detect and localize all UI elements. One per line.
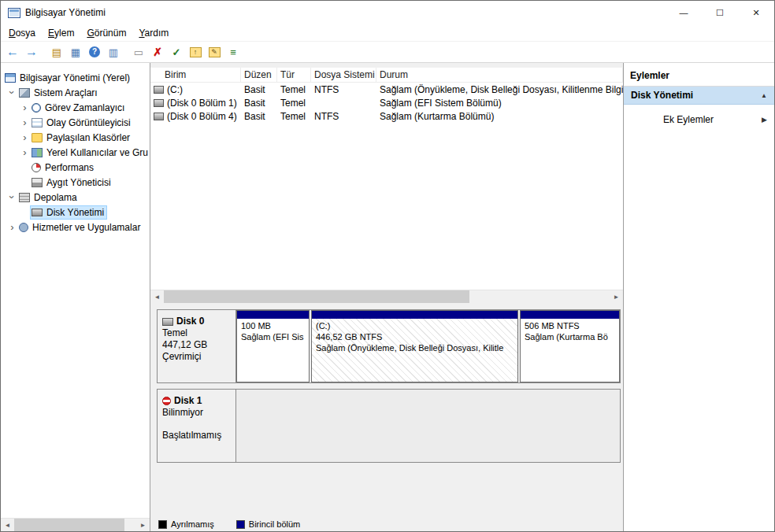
tree-item-storage[interactable]: Depolama	[1, 190, 150, 205]
actions-group-disk-management[interactable]: Disk Yönetimi ▲	[624, 87, 774, 105]
disk-graphical-view: Disk 0 Temel 447,12 GB Çevrimiçi 100 MB …	[150, 303, 623, 531]
mark-active-icon[interactable]: ✓	[168, 43, 185, 61]
tree-item-computer-management[interactable]: Bilgisayar Yönetimi (Yerel)	[1, 70, 150, 85]
column-header-dosya-sistemi[interactable]: Dosya Sistemi	[311, 68, 376, 82]
properties-icon[interactable]: ≡	[224, 43, 242, 61]
primary-partition-swatch	[236, 520, 245, 529]
disk-1-status: Başlatılmamış	[162, 430, 231, 441]
volume-row-recovery[interactable]: (Disk 0 Bölüm 4) Basit Temel NTFS Sağlam…	[150, 109, 623, 123]
partition-c[interactable]: (C:) 446,52 GB NTFS Sağlam (Önyükleme, D…	[311, 310, 518, 382]
scroll-right-icon[interactable]: ►	[136, 519, 150, 531]
tree-item-event-viewer[interactable]: Olay Görüntüleyicisi	[1, 115, 150, 130]
legend: Ayrılmamış Birincil bölüm	[157, 517, 621, 531]
chevron-right-icon[interactable]	[19, 117, 31, 127]
menu-eylem[interactable]: Eylem	[42, 25, 80, 41]
disk-1-label[interactable]: Disk 1 Bilinmiyor Başlatılmamış	[158, 390, 236, 462]
tree-item-local-users-groups[interactable]: Yerel Kullanıcılar ve Gru	[1, 145, 150, 160]
legend-unallocated: Ayrılmamış	[158, 519, 214, 529]
tree-item-disk-management[interactable]: Disk Yönetimi	[1, 205, 150, 220]
partition-efi[interactable]: 100 MB Sağlam (EFI Sis	[236, 310, 310, 382]
partition-recovery[interactable]: 506 MB NTFS Sağlam (Kurtarma Bö	[520, 310, 620, 382]
volume-list-header: Birim Düzen Tür Dosya Sistemi Durum	[150, 68, 623, 83]
scrollbar-thumb[interactable]	[14, 519, 124, 531]
column-header-duzen[interactable]: Düzen	[241, 68, 277, 82]
scroll-left-icon[interactable]: ◄	[1, 519, 14, 531]
event-viewer-icon	[32, 118, 43, 127]
volume-list-empty-space	[150, 123, 623, 290]
disk-error-icon	[162, 397, 171, 405]
volume-icon	[154, 113, 164, 120]
disk-0-row: Disk 0 Temel 447,12 GB Çevrimiçi 100 MB …	[157, 309, 621, 383]
computer-icon	[5, 73, 16, 83]
status-popup-icon[interactable]: ▭	[130, 43, 147, 61]
column-header-birim[interactable]: Birim	[150, 68, 241, 82]
disk-management-icon	[32, 209, 43, 216]
export-list-icon[interactable]: ▦	[67, 43, 84, 61]
chevron-down-icon[interactable]	[6, 192, 18, 202]
show-action-pane-icon[interactable]: ▥	[105, 43, 122, 61]
volume-row-efi[interactable]: (Disk 0 Bölüm 1) Basit Temel Sağlam (EFI…	[150, 96, 623, 109]
disk-0-label[interactable]: Disk 0 Temel 447,12 GB Çevrimiçi	[158, 310, 236, 382]
chevron-right-icon[interactable]	[6, 222, 18, 232]
tree-horizontal-scrollbar[interactable]: ◄ ►	[1, 518, 150, 531]
unallocated-swatch	[158, 520, 167, 529]
explore-folder-icon[interactable]: ✎	[206, 43, 223, 61]
actions-pane: Eylemler Disk Yönetimi ▲ Ek Eylemler ▶	[623, 63, 774, 531]
forward-icon[interactable]: →	[23, 43, 40, 61]
tree-empty-space	[1, 235, 150, 518]
chevron-right-icon[interactable]	[19, 102, 31, 113]
partition-color-bar	[237, 311, 309, 319]
disk-0-partitions: 100 MB Sağlam (EFI Sis (C:) 446,52 GB NT…	[236, 310, 620, 382]
scrollbar-track[interactable]	[124, 519, 136, 531]
close-button[interactable]: ✕	[738, 1, 774, 24]
chevron-down-icon[interactable]	[6, 87, 18, 98]
scrollbar-track[interactable]	[469, 290, 610, 303]
tree-item-task-scheduler[interactable]: Görev Zamanlayıcı	[1, 100, 150, 115]
chevron-right-icon[interactable]	[19, 147, 31, 157]
scrollbar-thumb[interactable]	[164, 290, 469, 303]
scroll-left-icon[interactable]: ◄	[150, 290, 164, 303]
maximize-button[interactable]: ☐	[702, 1, 738, 24]
chevron-right-icon[interactable]	[19, 132, 31, 142]
help-icon[interactable]: ?	[86, 43, 103, 61]
window-controls: — ☐ ✕	[666, 1, 774, 24]
app-icon	[8, 8, 20, 18]
tree-item-performance[interactable]: Performans	[1, 160, 150, 175]
tree-item-shared-folders[interactable]: Paylaşılan Klasörler	[1, 130, 150, 145]
tree-item-system-tools[interactable]: Sistem Araçları	[1, 85, 150, 100]
tree-item-services-applications[interactable]: Hizmetler ve Uygulamalar	[1, 220, 150, 235]
show-console-tree-icon[interactable]: ▤	[48, 43, 65, 61]
menu-yardim[interactable]: Yardım	[132, 25, 175, 41]
volume-row-c[interactable]: (C:) Basit Temel NTFS Sağlam (Önyükleme,…	[150, 83, 623, 96]
content-area: Bilgisayar Yönetimi (Yerel) Sistem Araçl…	[1, 63, 774, 531]
main-panel: Birim Düzen Tür Dosya Sistemi Durum (C:)…	[150, 63, 623, 531]
actions-pane-title: Eylemler	[624, 68, 774, 87]
volume-list-horizontal-scrollbar[interactable]: ◄ ►	[150, 290, 623, 303]
disk-1-unallocated-area[interactable]	[236, 390, 620, 462]
submenu-arrow-icon: ▶	[762, 116, 767, 124]
partition-color-bar	[312, 311, 517, 319]
volume-icon	[154, 99, 164, 107]
collapse-icon[interactable]: ▲	[761, 92, 767, 99]
computer-management-window: Bilgisayar Yönetimi — ☐ ✕ Dosya Eylem Gö…	[0, 0, 775, 532]
users-icon	[32, 148, 43, 157]
open-folder-icon[interactable]: ↑	[187, 43, 204, 61]
back-icon[interactable]: ←	[4, 43, 21, 61]
title-bar[interactable]: Bilgisayar Yönetimi — ☐ ✕	[1, 1, 774, 24]
volume-list: Birim Düzen Tür Dosya Sistemi Durum (C:)…	[150, 68, 623, 303]
column-header-durum[interactable]: Durum	[376, 68, 623, 82]
menu-dosya[interactable]: Dosya	[2, 25, 42, 41]
minimize-button[interactable]: —	[666, 1, 702, 24]
tree-item-device-manager[interactable]: Aygıt Yöneticisi	[1, 175, 150, 190]
storage-icon	[19, 193, 30, 202]
delete-volume-icon[interactable]: ✗	[149, 43, 166, 61]
system-tools-icon	[19, 88, 30, 98]
task-scheduler-icon	[32, 103, 41, 113]
menu-gorunum[interactable]: Görünüm	[80, 25, 132, 41]
scroll-right-icon[interactable]: ►	[610, 290, 623, 303]
console-tree: Bilgisayar Yönetimi (Yerel) Sistem Araçl…	[1, 63, 150, 531]
action-more-actions[interactable]: Ek Eylemler ▶	[624, 111, 774, 128]
volume-icon	[154, 86, 164, 94]
column-header-tur[interactable]: Tür	[277, 68, 311, 82]
legend-primary-partition: Birincil bölüm	[236, 519, 300, 529]
